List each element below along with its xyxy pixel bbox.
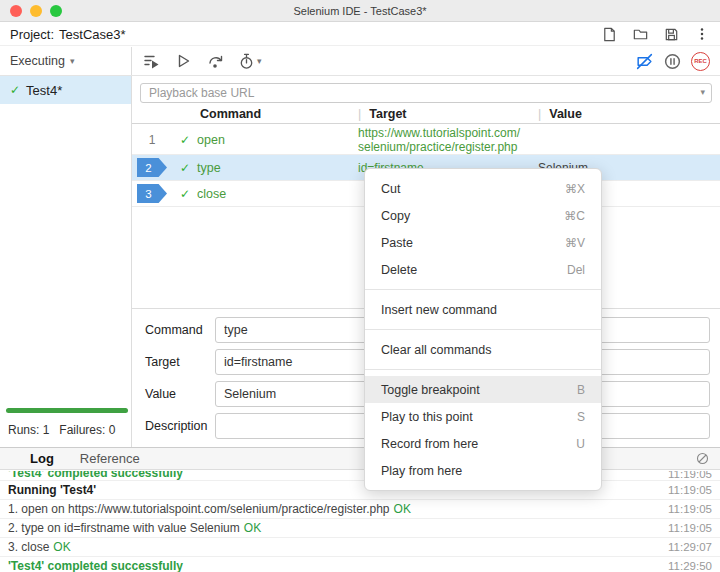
run-progress-bar <box>6 408 128 413</box>
window-controls <box>10 5 62 17</box>
column-header-value[interactable]: | Value <box>538 107 720 121</box>
menu-item-record-from-here[interactable]: Record from here U <box>365 430 601 457</box>
menu-shortcut: ⌘C <box>564 209 585 223</box>
project-bar: Project: TestCase3* <box>0 23 720 46</box>
target-cell: https://www.tutorialspoint.com/selenium/… <box>358 126 538 154</box>
command-passed-check-icon: ✓ <box>180 133 190 147</box>
menu-item-insert-new-command[interactable]: Insert new command <box>365 296 601 323</box>
run-all-icon <box>142 52 160 70</box>
menu-shortcut: S <box>577 410 585 424</box>
minimize-window-button[interactable] <box>30 5 42 17</box>
log-entry: 'Test4' completed successfully 11:29:50 <box>0 557 720 572</box>
selenium-ide-window: Selenium IDE - TestCase3* Project: TestC… <box>0 0 720 572</box>
menu-divider <box>365 329 601 330</box>
log-timestamp: 11:29:50 <box>668 560 712 572</box>
open-project-button[interactable] <box>632 26 649 43</box>
menu-item-copy[interactable]: Copy ⌘C <box>365 202 601 229</box>
disable-breakpoints-icon <box>635 52 654 71</box>
record-button[interactable]: REC <box>691 52 710 71</box>
save-icon <box>663 26 680 43</box>
log-entry: 2. type on id=firstname with value Selen… <box>0 519 720 538</box>
command-passed-check-icon: ✓ <box>180 187 190 201</box>
column-separator: | <box>538 107 541 121</box>
command-cell: open <box>197 133 225 147</box>
play-icon <box>174 52 192 70</box>
playback-toolbar: ▾ REC <box>132 47 720 75</box>
tab-log[interactable]: Log <box>30 451 54 466</box>
table-row[interactable]: 1 ✓ open https://www.tutorialspoint.com/… <box>132 125 720 155</box>
close-window-button[interactable] <box>10 5 22 17</box>
breakpoint-marker: 2 <box>137 158 167 177</box>
command-cell: type <box>197 161 221 175</box>
run-all-tests-button[interactable] <box>142 52 160 70</box>
disable-breakpoints-button[interactable] <box>635 52 654 71</box>
test-list-dropdown-label: Executing <box>10 54 65 68</box>
zoom-window-button[interactable] <box>50 5 62 17</box>
pause-on-exceptions-button[interactable] <box>663 52 682 71</box>
clear-log-icon <box>695 451 710 466</box>
command-passed-check-icon: ✓ <box>180 161 190 175</box>
test-speed-control[interactable]: ▾ <box>238 53 262 70</box>
log-entry: 'Test4' completed successfully 11:19:05 <box>0 471 720 481</box>
menu-divider <box>365 369 601 370</box>
step-over-button[interactable] <box>206 52 224 70</box>
more-options-button[interactable] <box>694 26 710 42</box>
command-table-header: Command | Target | Value <box>132 104 720 124</box>
save-project-button[interactable] <box>663 26 680 43</box>
column-separator: | <box>358 107 361 121</box>
menu-item-clear-all-commands[interactable]: Clear all commands <box>365 336 601 363</box>
run-current-test-button[interactable] <box>174 52 192 70</box>
menu-shortcut: Del <box>567 263 585 277</box>
row-number[interactable]: 1 <box>132 133 172 147</box>
titlebar: Selenium IDE - TestCase3* <box>0 0 720 22</box>
log-entry: 1. open on https://www.tutorialspoint.co… <box>0 500 720 519</box>
project-name: TestCase3* <box>59 27 125 42</box>
sidebar-item-test4[interactable]: ✓ Test4* <box>0 76 131 104</box>
log-entries: 'Test4' completed successfully 11:19:05 … <box>0 471 720 572</box>
menu-item-paste[interactable]: Paste ⌘V <box>365 229 601 256</box>
project-label: Project: <box>10 27 54 42</box>
context-menu: Cut ⌘X Copy ⌘C Paste ⌘V Delete Del Inser… <box>364 168 602 491</box>
clear-log-button[interactable] <box>695 451 710 466</box>
folder-icon <box>632 26 649 43</box>
column-header-target[interactable]: | Target <box>358 107 538 121</box>
row-number-breakpoint[interactable]: 3 <box>132 184 172 203</box>
tab-reference[interactable]: Reference <box>80 451 140 466</box>
description-field-label: Description <box>145 419 215 433</box>
step-over-icon <box>206 52 224 70</box>
log-timestamp: 11:29:07 <box>668 541 712 553</box>
new-project-icon <box>601 26 618 43</box>
menu-shortcut: B <box>577 383 585 397</box>
command-field-label: Command <box>145 323 215 337</box>
kebab-menu-icon <box>694 26 710 42</box>
playback-base-url-input[interactable] <box>140 83 712 103</box>
command-cell: close <box>197 187 226 201</box>
menu-item-play-from-here[interactable]: Play from here <box>365 457 601 484</box>
menu-item-delete[interactable]: Delete Del <box>365 256 601 283</box>
test-list-dropdown[interactable]: Executing ▾ <box>0 47 131 75</box>
run-stats: Runs: 1 Failures: 0 <box>8 423 115 437</box>
menu-item-toggle-breakpoint[interactable]: Toggle breakpoint B <box>365 376 601 403</box>
row-number-breakpoint[interactable]: 2 <box>132 158 172 177</box>
breakpoint-marker: 3 <box>137 184 167 203</box>
pause-on-exceptions-icon <box>663 52 682 71</box>
toolbar-divider <box>0 75 720 76</box>
menu-shortcut: U <box>576 437 585 451</box>
log-panel: Log Reference 'Test4' completed successf… <box>0 447 720 572</box>
menu-item-play-to-this-point[interactable]: Play to this point S <box>365 403 601 430</box>
log-entry: Running 'Test4' 11:19:05 <box>0 481 720 500</box>
test-passed-check-icon: ✓ <box>10 83 20 97</box>
chevron-down-icon: ▾ <box>700 87 705 97</box>
menu-item-cut[interactable]: Cut ⌘X <box>365 175 601 202</box>
chevron-down-icon: ▾ <box>70 56 75 66</box>
log-panel-header: Log Reference <box>0 448 720 470</box>
log-timestamp: 11:19:05 <box>668 484 712 496</box>
menu-divider <box>365 289 601 290</box>
value-field-label: Value <box>145 387 215 401</box>
failures-count: Failures: 0 <box>59 423 115 437</box>
new-project-button[interactable] <box>601 26 618 43</box>
column-header-command[interactable]: Command <box>172 107 358 121</box>
menu-shortcut: ⌘X <box>565 182 585 196</box>
menu-shortcut: ⌘V <box>565 236 585 250</box>
log-timestamp: 11:19:05 <box>668 471 712 480</box>
